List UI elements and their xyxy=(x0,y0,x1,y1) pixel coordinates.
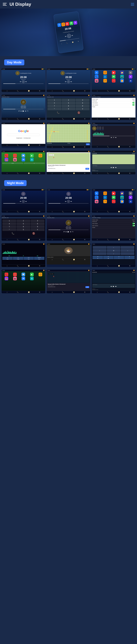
n-arrow-left[interactable]: ← xyxy=(93,249,106,252)
hero-phone-icon[interactable]: 📞 xyxy=(66,42,68,44)
nw-set[interactable]: ⚙ xyxy=(39,265,40,266)
nav-set-2[interactable]: ⚙ xyxy=(84,90,86,92)
npi-eq[interactable]: ♫ xyxy=(52,291,53,293)
nm-gps[interactable]: 🧭 xyxy=(73,259,75,260)
app-camera-day[interactable]: 📷 xyxy=(120,75,124,78)
n-media-prev[interactable]: ⏮ xyxy=(110,285,112,287)
n-arrow-dl[interactable] xyxy=(93,252,106,255)
nav-tel-3[interactable]: 📞 xyxy=(107,90,109,92)
spd-pop[interactable]: Pop xyxy=(24,258,34,260)
nh2-set[interactable]: ⚙ xyxy=(84,211,86,212)
app-music[interactable]: 🎵 xyxy=(61,22,65,26)
app-settings-day[interactable]: ⚙ xyxy=(129,71,132,74)
app-bt-day[interactable]: ₿ xyxy=(103,75,107,78)
nal-gps[interactable]: 🧭 xyxy=(28,291,30,293)
n-al-maps[interactable]: 🗺 xyxy=(22,277,25,280)
hero-play-btn[interactable]: ⏸ xyxy=(67,34,71,38)
bc-gps[interactable]: 🧭 xyxy=(73,118,75,120)
n-app-media[interactable]: 🎬 xyxy=(95,200,98,203)
n-num-5[interactable]: 5 xyxy=(16,222,30,225)
app-green-l[interactable]: ▶ xyxy=(30,154,34,157)
tn-tel[interactable]: 📞 xyxy=(107,172,109,174)
num-5[interactable]: 5 xyxy=(62,102,76,104)
app-yt-day[interactable]: ▶ xyxy=(112,71,116,74)
nnc-set[interactable]: ⚙ xyxy=(129,265,130,266)
n-bt-auto-answer-toggle[interactable] xyxy=(132,223,135,224)
social-play[interactable]: ⏸ xyxy=(113,137,114,138)
nav-gps-3[interactable]: 🧭 xyxy=(118,90,120,92)
n-call-accept[interactable]: 📞 xyxy=(12,232,14,235)
menu-icon[interactable] xyxy=(3,2,8,7)
night-play-1[interactable]: ⏸ xyxy=(22,200,24,203)
app-maps-day[interactable]: 🗺 xyxy=(112,75,116,78)
bm-set[interactable]: ⚙ xyxy=(39,118,40,120)
nh2-tel[interactable]: 📞 xyxy=(62,211,64,212)
screen1-play[interactable]: ⏸ xyxy=(22,80,24,83)
app-wifi-day[interactable]: 📶 xyxy=(120,79,124,82)
num-star[interactable]: * xyxy=(48,108,61,110)
ntn-tel[interactable]: 📞 xyxy=(107,291,109,293)
app-blue-l[interactable]: 🗺 xyxy=(22,158,25,162)
num-2[interactable]: 2 xyxy=(62,99,76,102)
tn-gps[interactable]: 🧭 xyxy=(118,172,120,174)
nh1-gps[interactable]: 🧭 xyxy=(28,211,30,212)
nbs-gps[interactable]: 🧭 xyxy=(118,239,120,240)
n-spd-1[interactable]: ⊞ xyxy=(92,256,103,258)
nh2-eq[interactable]: ♫ xyxy=(52,211,53,212)
nh1-eq[interactable]: ♫ xyxy=(6,211,8,212)
spd-1[interactable]: 1x xyxy=(2,257,13,258)
n-bt-play[interactable]: ▶ xyxy=(68,230,69,233)
app-music-day[interactable]: 🎵 xyxy=(103,71,107,74)
bm-eq[interactable]: ♫ xyxy=(6,118,8,120)
nbs-tel[interactable]: 📞 xyxy=(107,239,109,240)
tn-set[interactable]: ⚙ xyxy=(129,172,130,174)
nbm-set[interactable]: ⚙ xyxy=(84,239,86,240)
google-search-btn[interactable]: Google Search xyxy=(16,137,23,139)
nbs-eq[interactable]: ♫ xyxy=(97,239,98,240)
spd-bass[interactable]: Bass xyxy=(2,258,13,260)
spd-treble[interactable]: Treble xyxy=(13,258,23,260)
nbm-tel[interactable]: 📞 xyxy=(62,239,64,240)
n-app-radio[interactable]: 📻 xyxy=(103,200,107,203)
app-phone-l[interactable]: 📞 xyxy=(4,154,8,157)
nal-tel[interactable]: 📞 xyxy=(17,291,18,293)
app-telegram-day[interactable]: ✈ xyxy=(95,71,98,74)
n-al-settings[interactable]: ⚙ xyxy=(30,277,34,280)
na-eq[interactable]: ♫ xyxy=(97,211,98,212)
bt-auto-answer-toggle[interactable] xyxy=(132,102,135,104)
app-media-day[interactable]: 🎬 xyxy=(95,79,98,82)
night-prev-2[interactable]: ⏮ xyxy=(65,200,66,202)
go-button[interactable]: GO xyxy=(86,144,90,145)
bm-tel[interactable]: 📞 xyxy=(17,118,18,120)
n-wave-next[interactable]: ⏭ xyxy=(37,255,38,256)
hero-prev-btn[interactable]: ⏮ xyxy=(65,36,66,37)
nav-eq-3[interactable]: ♫ xyxy=(97,90,98,92)
spd-half[interactable]: 0.5x xyxy=(24,257,34,258)
nal-set[interactable]: ⚙ xyxy=(39,291,40,293)
n-al-video[interactable]: 🎬 xyxy=(13,277,17,280)
nw-gps[interactable]: 🧭 xyxy=(28,265,30,266)
app-msg-l[interactable]: 💬 xyxy=(22,154,25,157)
sm-set[interactable]: ⚙ xyxy=(129,146,130,148)
call-accept-btn[interactable]: 📞 xyxy=(57,111,60,114)
nnc-tel[interactable]: 📞 xyxy=(107,265,109,266)
n-wave-play[interactable]: ⏸ xyxy=(23,255,24,256)
nbs-set[interactable]: ⚙ xyxy=(129,239,130,240)
n-arrow-ul[interactable] xyxy=(93,246,106,249)
bs-tel[interactable]: 📞 xyxy=(107,118,109,120)
app-radio-day[interactable]: 📻 xyxy=(103,79,107,82)
sm-eq[interactable]: ♫ xyxy=(97,146,98,148)
n-num-9[interactable]: 9 xyxy=(30,225,44,228)
al-set[interactable]: ⚙ xyxy=(39,172,40,174)
nbc-set[interactable]: ⚙ xyxy=(39,239,40,240)
n-arrow-dr[interactable] xyxy=(121,252,134,255)
app-maps[interactable]: 🗺 xyxy=(69,21,73,25)
screen2-prev[interactable]: ⏮ xyxy=(65,81,66,82)
n-spd-4[interactable]: ⊗ xyxy=(124,256,134,258)
spd-normal[interactable]: Normal xyxy=(34,257,44,258)
sm-gps[interactable]: 🧭 xyxy=(118,146,120,148)
n-app-wifi[interactable]: 📶 xyxy=(120,200,124,203)
n-app-files[interactable]: 📁 xyxy=(120,192,124,195)
n-app-phone[interactable]: 📞 xyxy=(95,196,98,199)
nw-tel[interactable]: 📞 xyxy=(17,265,18,266)
